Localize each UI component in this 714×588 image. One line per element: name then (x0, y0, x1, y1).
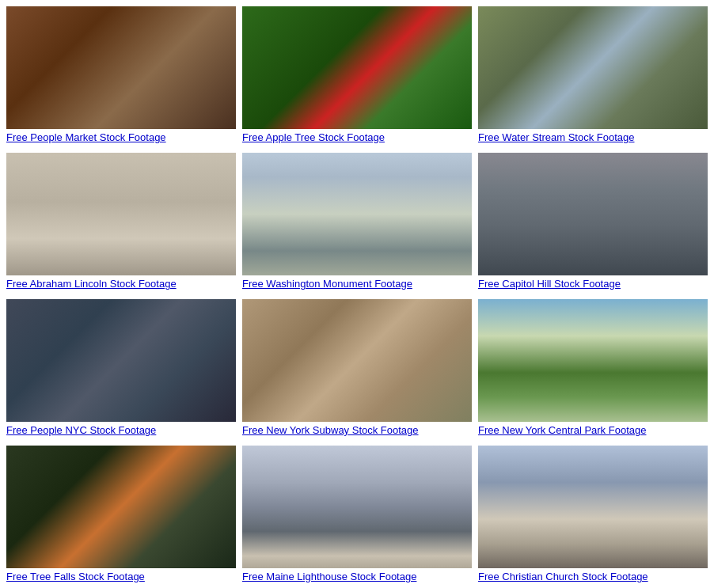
grid-item-water-stream: Free Water Stream Stock Footage (478, 6, 708, 143)
grid-item-apple-tree: Free Apple Tree Stock Footage (242, 6, 472, 143)
thumbnail-people-nyc[interactable] (6, 299, 236, 422)
label-water-stream[interactable]: Free Water Stream Stock Footage (478, 131, 708, 143)
footage-grid: Free People Market Stock FootageFree App… (6, 6, 708, 588)
thumbnail-tree-falls[interactable] (6, 446, 236, 568)
grid-item-new-york-subway: Free New York Subway Stock Footage (242, 299, 472, 436)
thumbnail-central-park[interactable] (478, 299, 708, 422)
thumbnail-people-market[interactable] (6, 6, 236, 129)
label-capitol-hill[interactable]: Free Capitol Hill Stock Footage (478, 278, 708, 290)
label-tree-falls[interactable]: Free Tree Falls Stock Footage (6, 571, 236, 582)
label-people-nyc[interactable]: Free People NYC Stock Footage (6, 424, 236, 436)
thumbnail-maine-lighthouse[interactable] (242, 446, 472, 568)
grid-item-central-park: Free New York Central Park Footage (478, 299, 708, 436)
label-new-york-subway[interactable]: Free New York Subway Stock Footage (242, 424, 472, 436)
thumbnail-capitol-hill[interactable] (478, 153, 708, 275)
thumbnail-water-stream[interactable] (478, 6, 708, 129)
label-people-market[interactable]: Free People Market Stock Footage (6, 131, 236, 143)
grid-item-maine-lighthouse: Free Maine Lighthouse Stock Footage (242, 446, 472, 582)
grid-item-tree-falls: Free Tree Falls Stock Footage (6, 446, 236, 582)
label-abraham-lincoln[interactable]: Free Abraham Lincoln Stock Footage (6, 278, 236, 290)
thumbnail-new-york-subway[interactable] (242, 299, 472, 422)
label-apple-tree[interactable]: Free Apple Tree Stock Footage (242, 131, 472, 143)
thumbnail-abraham-lincoln[interactable] (6, 153, 236, 275)
label-maine-lighthouse[interactable]: Free Maine Lighthouse Stock Footage (242, 571, 472, 582)
thumbnail-apple-tree[interactable] (242, 6, 472, 129)
grid-item-people-market: Free People Market Stock Footage (6, 6, 236, 143)
grid-item-christian-church: Free Christian Church Stock Footage (478, 446, 708, 582)
grid-item-washington-monument: Free Washington Monument Footage (242, 153, 472, 290)
label-central-park[interactable]: Free New York Central Park Footage (478, 424, 708, 436)
thumbnail-washington-monument[interactable] (242, 153, 472, 275)
label-washington-monument[interactable]: Free Washington Monument Footage (242, 278, 472, 290)
grid-item-abraham-lincoln: Free Abraham Lincoln Stock Footage (6, 153, 236, 290)
grid-item-capitol-hill: Free Capitol Hill Stock Footage (478, 153, 708, 290)
grid-item-people-nyc: Free People NYC Stock Footage (6, 299, 236, 436)
thumbnail-christian-church[interactable] (478, 446, 708, 568)
label-christian-church[interactable]: Free Christian Church Stock Footage (478, 571, 708, 582)
